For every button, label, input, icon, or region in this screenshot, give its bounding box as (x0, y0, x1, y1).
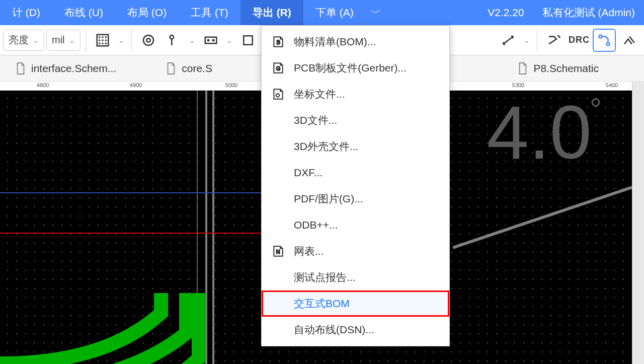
chevron-down-icon[interactable]: ⌄ (116, 29, 126, 52)
unit-label: mil (52, 34, 65, 46)
export-dropdown: B 物料清单(BOM)... G PCB制板文件(Gerber)... 坐标文件… (261, 25, 450, 346)
svg-point-1 (99, 37, 100, 37)
document-icon (166, 62, 177, 75)
menu-label: PDF/图片(G)... (294, 192, 363, 206)
grid-icon[interactable] (91, 29, 114, 52)
diff-route-icon[interactable] (618, 29, 641, 52)
pad-icon[interactable] (199, 29, 222, 52)
export-bom[interactable]: B 物料清单(BOM)... (262, 29, 449, 55)
svg-point-2 (102, 37, 103, 37)
svg-point-17 (599, 35, 602, 38)
menu-label: 坐标文件... (294, 87, 345, 101)
chevron-down-icon[interactable]: ⌄ (522, 29, 532, 52)
chevron-down-icon[interactable]: ⌄ (224, 29, 234, 52)
chevron-down-icon[interactable]: ﹀ (366, 6, 386, 20)
brightness-select[interactable]: 亮度 ⌄ (3, 30, 44, 51)
menu-label: 物料清单(BOM)... (294, 35, 376, 49)
brightness-label: 亮度 (9, 33, 29, 47)
tab-core[interactable]: core.S (153, 55, 224, 82)
route-icon[interactable] (593, 29, 616, 52)
menu-design[interactable]: 计 (D) (0, 0, 52, 25)
svg-rect-13 (205, 37, 216, 43)
measure-icon[interactable] (497, 29, 520, 52)
menu-label: ODB++... (294, 219, 338, 231)
menu-label: 交互式BOM (294, 297, 350, 311)
import-icon[interactable] (542, 29, 566, 52)
menu-label: PCB制板文件(Gerber)... (294, 61, 407, 75)
svg-line-22 (453, 187, 632, 248)
export-netlist[interactable]: N 网表... (262, 238, 449, 264)
svg-text:B: B (277, 39, 280, 45)
export-3d-shell[interactable]: 3D外壳文件... (262, 133, 449, 160)
degree-symbol: ° (590, 92, 602, 126)
export-gerber[interactable]: G PCB制板文件(Gerber)... (262, 55, 449, 81)
separator (131, 29, 132, 51)
svg-point-7 (99, 43, 100, 43)
green-tracks (0, 293, 252, 364)
export-interactive-bom[interactable]: 交互式BOM (262, 290, 449, 317)
menu-layout[interactable]: 布局 (O) (115, 0, 179, 25)
chevron-down-icon[interactable]: ⌄ (187, 29, 197, 52)
svg-point-6 (105, 40, 106, 40)
svg-point-5 (102, 40, 103, 40)
unit-select[interactable]: mil ⌄ (46, 30, 80, 51)
tab-p8[interactable]: P8.Schematic (505, 55, 611, 82)
export-autoroute-dsn[interactable]: 自动布线(DSN)... (262, 317, 449, 343)
export-odb[interactable]: ODB++... (262, 212, 449, 238)
canvas-angle-text: 4.0 (487, 89, 592, 176)
svg-point-8 (102, 43, 103, 43)
menu-label: 3D文件... (294, 113, 337, 127)
svg-point-12 (170, 35, 174, 39)
guide-line-blue (0, 192, 262, 193)
svg-point-3 (105, 37, 106, 37)
svg-point-9 (105, 43, 106, 43)
menu-tools[interactable]: 工具 (T) (179, 0, 240, 25)
chevron-down-icon: ⌄ (33, 36, 39, 44)
menu-label: 网表... (294, 244, 324, 258)
drc-button[interactable]: DRC (568, 29, 591, 52)
menu-order[interactable]: 下单 (A) (303, 0, 366, 25)
hole-icon[interactable] (236, 29, 260, 52)
export-3d[interactable]: 3D文件... (262, 107, 449, 133)
export-placement[interactable]: 坐标文件... (262, 81, 449, 107)
guide-line-red (0, 233, 262, 234)
svg-point-10 (143, 35, 153, 45)
menu-label: 测试点报告... (294, 270, 356, 284)
svg-text:G: G (276, 65, 280, 71)
menu-label: 自动布线(DSN)... (294, 323, 374, 337)
tab-label: core.S (182, 62, 212, 75)
document-icon (15, 62, 26, 75)
file-b-icon: B (271, 35, 286, 48)
svg-point-11 (146, 38, 150, 42)
svg-point-15 (212, 39, 214, 41)
user-label: 私有化测试 (Admin) (533, 6, 644, 20)
tab-label: P8.Schematic (533, 62, 599, 75)
file-target-icon (271, 88, 286, 101)
svg-point-25 (276, 94, 280, 97)
menu-label: 3D外壳文件... (294, 139, 358, 154)
menubar: 计 (D) 布线 (U) 布局 (O) 工具 (T) 导出 (R) 下单 (A)… (0, 0, 644, 25)
menu-routing[interactable]: 布线 (U) (52, 0, 115, 25)
svg-text:N: N (276, 249, 280, 255)
export-pdf[interactable]: PDF/图片(G)... (262, 186, 449, 212)
circle-target-icon[interactable] (137, 29, 160, 52)
version-label: V2.2.20 (478, 7, 533, 19)
svg-rect-16 (244, 36, 253, 45)
menu-label: DXF... (294, 167, 323, 179)
via-icon[interactable] (162, 29, 185, 52)
svg-point-18 (606, 42, 609, 45)
right-panel-gutter[interactable] (632, 82, 644, 364)
svg-point-14 (207, 39, 209, 41)
separator (86, 29, 86, 51)
chevron-down-icon: ⌄ (69, 36, 75, 44)
separator (537, 29, 537, 51)
document-icon (517, 62, 528, 75)
file-g-icon: G (271, 61, 286, 75)
export-testpoint[interactable]: 测试点报告... (262, 264, 449, 290)
tab-label: interface.Schem... (31, 62, 116, 75)
file-n-icon: N (271, 245, 286, 258)
menu-export[interactable]: 导出 (R) (240, 0, 303, 25)
svg-point-4 (99, 40, 100, 40)
export-dxf[interactable]: DXF... (262, 160, 449, 186)
tab-interface[interactable]: interface.Schem... (3, 55, 128, 82)
